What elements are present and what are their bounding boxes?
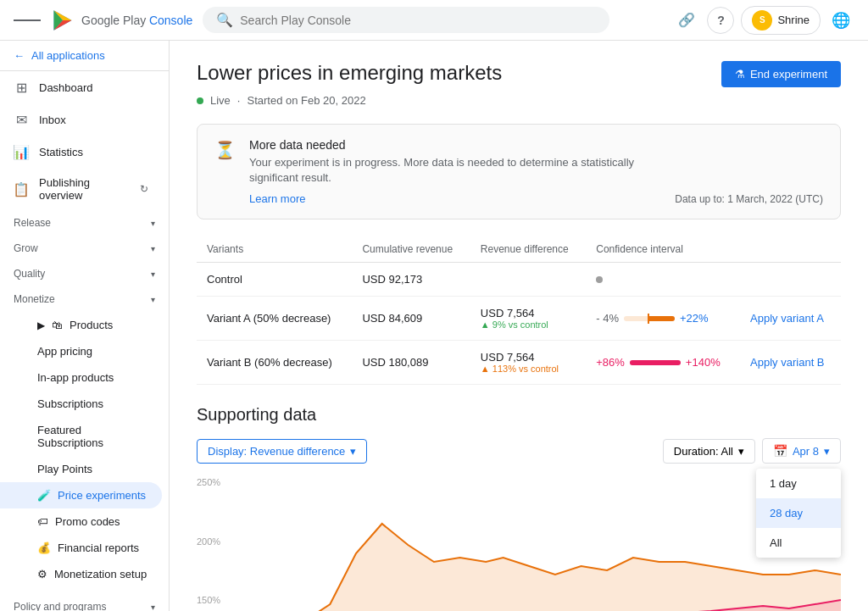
- calendar-icon: 📅: [773, 444, 787, 458]
- sidebar-item-monetization-setup[interactable]: ⚙ Monetization setup: [0, 561, 162, 587]
- info-box-title: More data needed: [249, 138, 661, 152]
- sidebar-item-featured-subscriptions[interactable]: Featured Subscriptions: [0, 417, 162, 456]
- sidebar-section-policy[interactable]: Policy and programs ▾: [0, 594, 169, 611]
- ci-high: +140%: [686, 356, 721, 369]
- publishing-overview-icon: 📋: [14, 181, 29, 197]
- chevron-down-icon: ▾: [824, 445, 830, 458]
- revenue-diff: USD 7,564 ▲ 113% vs control: [470, 341, 586, 385]
- apr-btn-label: Apr 8: [793, 445, 819, 458]
- logo-text: Google Play Console: [81, 14, 192, 27]
- dropdown-item-all[interactable]: All: [756, 528, 841, 558]
- variant-name: Variant B (60% decrease): [197, 341, 352, 385]
- learn-more-link[interactable]: Learn more: [249, 192, 305, 205]
- info-box-content: More data needed Your experiment is in p…: [249, 138, 661, 205]
- google-account-icon[interactable]: 🌐: [827, 7, 854, 34]
- display-revenue-difference-btn[interactable]: Display: Revenue difference ▾: [197, 439, 367, 464]
- sidebar-item-in-app-products[interactable]: In-app products: [0, 364, 162, 391]
- apply-variant-a-btn[interactable]: Apply variant A: [750, 312, 824, 325]
- dropdown-item-28day[interactable]: 28 day: [756, 498, 841, 528]
- chevron-down-icon: ▾: [350, 445, 356, 458]
- cumulative-revenue: USD 84,609: [352, 297, 470, 341]
- sidebar-item-products[interactable]: ▶ 🛍 Products: [0, 312, 162, 338]
- page-title: Lower prices in emerging markets: [197, 61, 502, 85]
- y-label-250: 250%: [197, 477, 235, 487]
- sidebar-sub-label: Monetization setup: [54, 568, 147, 580]
- monetization-setup-icon: ⚙: [37, 568, 47, 580]
- sidebar-item-financial-reports[interactable]: 💰 Financial reports: [0, 535, 162, 561]
- revenue-diff: [470, 263, 586, 297]
- info-box: ⏳ More data needed Your experiment is in…: [197, 124, 841, 219]
- chevron-down-icon: ▾: [151, 219, 155, 228]
- sidebar-item-publishing-overview[interactable]: 📋 Publishing overview ↻: [0, 168, 162, 210]
- products-icon: 🛍: [52, 319, 63, 331]
- col-revenue-difference: Revenue difference: [470, 236, 586, 263]
- sidebar-section-quality[interactable]: Quality ▾: [0, 261, 169, 286]
- started-label: Started on Feb 20, 2022: [247, 94, 365, 107]
- sidebar-item-statistics[interactable]: 📊 Statistics: [0, 136, 162, 168]
- sidebar-sub-label: Promo codes: [55, 515, 120, 528]
- sidebar-item-inbox[interactable]: ✉ Inbox: [0, 103, 162, 136]
- sidebar-item-promo-codes[interactable]: 🏷 Promo codes: [0, 508, 162, 535]
- duration-dropdown-menu: 1 day 28 day All: [756, 469, 841, 558]
- quality-label: Quality: [14, 268, 45, 280]
- back-arrow-icon: ←: [14, 49, 25, 62]
- variant-name: Variant A (50% decrease): [197, 297, 352, 341]
- statistics-icon: 📊: [14, 144, 29, 159]
- shrine-btn[interactable]: S Shrine: [741, 6, 821, 35]
- end-experiment-btn[interactable]: ⚗ End experiment: [721, 61, 841, 87]
- sidebar-item-dashboard[interactable]: ⊞ Dashboard: [0, 71, 162, 103]
- separator: ·: [237, 94, 241, 107]
- info-box-text: Your experiment is in progress. More dat…: [249, 155, 661, 186]
- chart-svg: [235, 477, 841, 611]
- sidebar-section-release[interactable]: Release ▾: [0, 210, 169, 236]
- variants-table: Variants Cumulative revenue Revenue diff…: [197, 236, 841, 385]
- top-bar: Google Play Console 🔍 🔗 ? S Shrine 🌐: [0, 0, 868, 41]
- action-cell: [740, 263, 841, 297]
- data-note: Data up to: 1 March, 2022 (UTC): [675, 193, 823, 205]
- sidebar-sub-label: Financial reports: [58, 542, 139, 554]
- sidebar-section-grow[interactable]: Grow ▾: [0, 236, 169, 261]
- dashboard-icon: ⊞: [14, 80, 29, 95]
- inbox-icon: ✉: [14, 112, 29, 127]
- display-btn-label: Display: Revenue difference: [208, 445, 345, 458]
- financial-reports-icon: 💰: [37, 542, 51, 554]
- search-bar[interactable]: 🔍: [203, 7, 609, 33]
- apply-variant-b-btn[interactable]: Apply variant B: [750, 356, 824, 369]
- logo-area: Google Play Console: [51, 8, 192, 32]
- sidebar-item-subscriptions[interactable]: Subscriptions: [0, 391, 162, 417]
- status-row: Live · Started on Feb 20, 2022: [197, 94, 841, 107]
- col-cumulative-revenue: Cumulative revenue: [352, 236, 470, 263]
- sidebar-item-app-pricing[interactable]: App pricing: [0, 338, 162, 364]
- sidebar-item-label: Statistics: [39, 146, 83, 158]
- col-confidence-interval: Confidence interval: [586, 236, 740, 263]
- live-status-dot: [197, 97, 203, 104]
- sidebar-section-monetize[interactable]: Monetize ▾: [0, 286, 169, 312]
- duration-all-btn[interactable]: Duration: All ▾: [663, 439, 755, 464]
- sidebar-item-price-experiments[interactable]: 🧪 Price experiments: [0, 482, 162, 508]
- dropdown-item-1day[interactable]: 1 day: [756, 469, 841, 498]
- menu-hamburger[interactable]: [14, 7, 41, 34]
- back-to-all-apps-btn[interactable]: ← All applications: [0, 41, 169, 71]
- promo-codes-icon: 🏷: [37, 515, 48, 528]
- y-label-200: 200%: [197, 536, 235, 547]
- cumulative-revenue: USD 92,173: [352, 263, 470, 297]
- expand-icon: ▶: [37, 319, 45, 331]
- link-icon-btn[interactable]: 🔗: [673, 7, 700, 34]
- help-icon-btn[interactable]: ?: [707, 7, 734, 34]
- sidebar-item-play-points[interactable]: Play Points: [0, 456, 162, 482]
- table-row: Variant A (50% decrease) USD 84,609 USD …: [197, 297, 841, 341]
- apr-date-btn[interactable]: 📅 Apr 8 ▾: [762, 438, 841, 464]
- col-actions: [740, 236, 841, 263]
- sidebar-item-label: Dashboard: [39, 81, 93, 94]
- status-label: Live: [210, 94, 231, 107]
- action-cell[interactable]: Apply variant A: [740, 297, 841, 341]
- grow-label: Grow: [14, 242, 38, 254]
- main-content: Lower prices in emerging markets ⚗ End e…: [170, 41, 868, 611]
- search-input[interactable]: [240, 14, 596, 27]
- duration-controls: Duration: All ▾ 📅 Apr 8 ▾ 1 day 28 day A…: [663, 438, 841, 464]
- confidence-interval: - 4% +22%: [586, 297, 740, 341]
- ci-low: +86%: [596, 356, 625, 369]
- action-cell[interactable]: Apply variant B: [740, 341, 841, 385]
- sidebar-item-label: Inbox: [39, 114, 66, 126]
- chevron-down-icon: ▾: [738, 445, 744, 458]
